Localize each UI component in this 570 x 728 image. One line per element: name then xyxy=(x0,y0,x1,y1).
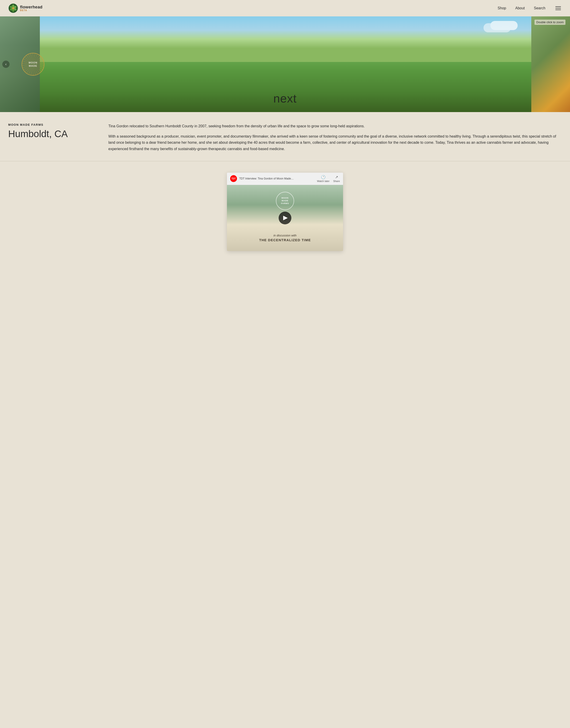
hamburger-line-1 xyxy=(555,6,561,7)
hero-prev-button[interactable]: ‹ xyxy=(2,60,10,68)
main-content: MOON MADE FARMS Humboldt, CA Tina Gordon… xyxy=(0,112,570,265)
video-title: TDT Interview: Tina Gordon of Moon Made … xyxy=(239,177,294,180)
hero-section: MOONMADE ‹ next Double click to zoom xyxy=(0,16,570,112)
video-thumbnail[interactable]: MOON MADE FARMS in discussion with THE D… xyxy=(227,185,343,251)
play-button[interactable] xyxy=(279,212,291,224)
share-icon: ↗ xyxy=(335,175,338,179)
farm-name-label: MOON MADE FARMS xyxy=(8,123,95,127)
video-moon-circle: MOON MADE FARMS xyxy=(276,192,294,210)
nav-search[interactable]: Search xyxy=(534,6,545,10)
hamburger-line-2 xyxy=(555,8,561,8)
video-caption-italic: in discussion with xyxy=(259,234,311,237)
watch-later-label: Watch later xyxy=(317,180,329,182)
watch-later-button[interactable]: 🕐 Watch later xyxy=(317,175,329,182)
hero-mountains xyxy=(40,16,531,62)
farm-info-section: MOON MADE FARMS Humboldt, CA Tina Gordon… xyxy=(0,112,570,161)
video-caption-bold: THE DECENTRALIZED TIME xyxy=(259,238,311,242)
video-moon-text: MOON MADE FARMS xyxy=(281,197,289,205)
logo-icon xyxy=(8,3,18,13)
nav-about[interactable]: About xyxy=(515,6,525,10)
hamburger-line-3 xyxy=(555,10,561,10)
watch-later-icon: 🕐 xyxy=(321,175,325,179)
nav-shop[interactable]: Shop xyxy=(498,6,506,10)
farm-description-para1: Tina Gordon relocated to Southern Humbol… xyxy=(108,123,562,129)
video-header-left: TDT TDT Interview: Tina Gordon of Moon M… xyxy=(230,175,294,182)
video-moon-badge: MOON MADE FARMS xyxy=(276,192,294,210)
farm-info-right: Tina Gordon relocated to Southern Humbol… xyxy=(108,123,562,152)
logo-beta-text: BETA xyxy=(20,9,43,12)
moon-badge-inner: MOONMADE xyxy=(22,53,44,75)
hamburger-menu[interactable] xyxy=(555,5,562,11)
play-icon xyxy=(283,216,288,220)
farm-location: Humboldt, CA xyxy=(8,129,95,139)
zoom-label: Double click to zoom xyxy=(535,20,565,25)
moon-made-badge: MOONMADE xyxy=(22,53,44,75)
farm-description-para2: With a seasoned background as a producer… xyxy=(108,133,562,152)
moon-badge-text: MOONMADE xyxy=(29,61,38,68)
hero-next-label: next xyxy=(273,92,297,105)
video-header-actions: 🕐 Watch later ↗ Share xyxy=(317,175,340,182)
video-wrapper: TDT TDT Interview: Tina Gordon of Moon M… xyxy=(227,173,343,251)
yt-badge: TDT xyxy=(230,175,237,182)
share-label: Share xyxy=(333,180,340,182)
video-caption: in discussion with THE DECENTRALIZED TIM… xyxy=(259,234,311,242)
hero-next-n: n xyxy=(273,92,280,105)
logo-main-text: flowerhead xyxy=(20,5,43,9)
share-button[interactable]: ↗ Share xyxy=(333,175,340,182)
logo[interactable]: flowerhead BETA xyxy=(8,3,43,13)
svg-point-7 xyxy=(12,7,14,9)
main-nav: Shop About Search xyxy=(498,5,562,11)
logo-text: flowerhead BETA xyxy=(20,5,43,12)
hero-clouds xyxy=(490,21,518,30)
video-section: TDT TDT Interview: Tina Gordon of Moon M… xyxy=(0,161,570,265)
hero-panel-right xyxy=(531,16,570,112)
header: flowerhead BETA Shop About Search xyxy=(0,0,570,16)
video-header: TDT TDT Interview: Tina Gordon of Moon M… xyxy=(227,173,343,185)
farm-info-left: MOON MADE FARMS Humboldt, CA xyxy=(8,123,95,152)
